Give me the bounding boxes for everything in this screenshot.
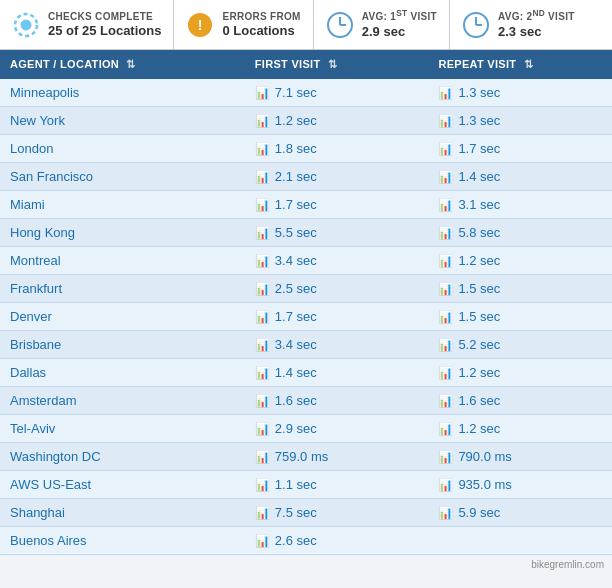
table-row: AWS US-East📊1.1 sec📊935.0 ms — [0, 471, 612, 499]
first-visit-value: 2.5 sec — [275, 281, 317, 296]
clock1-icon — [326, 11, 354, 39]
first-visit-link[interactable]: 📊2.5 sec — [255, 281, 419, 296]
first-visit-link[interactable]: 📊1.2 sec — [255, 113, 419, 128]
repeat-visit-link[interactable]: 📊935.0 ms — [438, 477, 602, 492]
location-link[interactable]: Buenos Aires — [10, 533, 87, 548]
repeat-visit-value: 1.3 sec — [458, 85, 500, 100]
location-link[interactable]: Montreal — [10, 253, 61, 268]
table-row: Brisbane📊3.4 sec📊5.2 sec — [0, 331, 612, 359]
stat-avg2: AVG: 2ND VISIT 2.3 sec — [450, 0, 587, 49]
location-link[interactable]: San Francisco — [10, 169, 93, 184]
first-visit-value: 2.9 sec — [275, 421, 317, 436]
table-row: Amsterdam📊1.6 sec📊1.6 sec — [0, 387, 612, 415]
bar-chart-icon: 📊 — [255, 366, 270, 380]
first-visit-link[interactable]: 📊2.9 sec — [255, 421, 419, 436]
table-row: Hong Kong📊5.5 sec📊5.8 sec — [0, 219, 612, 247]
repeat-visit-link[interactable]: 📊1.4 sec — [438, 169, 602, 184]
col-header-first[interactable]: FIRST VISIT ⇅ — [245, 50, 429, 79]
repeat-visit-link[interactable]: 📊5.2 sec — [438, 337, 602, 352]
bar-chart-icon: 📊 — [255, 478, 270, 492]
repeat-visit-link[interactable]: 📊1.7 sec — [438, 141, 602, 156]
repeat-visit-link[interactable]: 📊3.1 sec — [438, 197, 602, 212]
errors-label: ERRORS FROM — [222, 10, 300, 23]
location-link[interactable]: Tel-Aviv — [10, 421, 55, 436]
repeat-visit-value: 5.9 sec — [458, 505, 500, 520]
first-visit-link[interactable]: 📊1.8 sec — [255, 141, 419, 156]
location-link[interactable]: Miami — [10, 197, 45, 212]
table-row: Minneapolis📊7.1 sec📊1.3 sec — [0, 79, 612, 107]
table-row: Montreal📊3.4 sec📊1.2 sec — [0, 247, 612, 275]
repeat-visit-value: 1.3 sec — [458, 113, 500, 128]
locations-table: AGENT / LOCATION ⇅ FIRST VISIT ⇅ REPEAT … — [0, 50, 612, 555]
sort-first-icon[interactable]: ⇅ — [328, 58, 337, 71]
repeat-visit-value: 1.5 sec — [458, 309, 500, 324]
first-visit-value: 1.4 sec — [275, 365, 317, 380]
table-row: Dallas📊1.4 sec📊1.2 sec — [0, 359, 612, 387]
bar-chart-icon: 📊 — [255, 282, 270, 296]
location-link[interactable]: Hong Kong — [10, 225, 75, 240]
location-link[interactable]: Brisbane — [10, 337, 61, 352]
repeat-visit-value: 1.7 sec — [458, 141, 500, 156]
repeat-visit-link[interactable]: 📊1.2 sec — [438, 253, 602, 268]
first-visit-value: 2.6 sec — [275, 533, 317, 548]
errors-icon: ! — [186, 11, 214, 39]
repeat-visit-link[interactable]: 📊1.2 sec — [438, 421, 602, 436]
location-link[interactable]: Shanghai — [10, 505, 65, 520]
first-visit-link[interactable]: 📊1.1 sec — [255, 477, 419, 492]
first-visit-value: 5.5 sec — [275, 225, 317, 240]
first-visit-link[interactable]: 📊1.7 sec — [255, 197, 419, 212]
first-visit-link[interactable]: 📊7.5 sec — [255, 505, 419, 520]
bar-chart-icon: 📊 — [438, 394, 453, 408]
sort-repeat-icon[interactable]: ⇅ — [524, 58, 533, 71]
col-header-agent[interactable]: AGENT / LOCATION ⇅ — [0, 50, 245, 79]
bar-chart-icon: 📊 — [438, 450, 453, 464]
repeat-visit-link[interactable]: 📊1.3 sec — [438, 85, 602, 100]
repeat-visit-link[interactable]: 📊790.0 ms — [438, 449, 602, 464]
location-link[interactable]: London — [10, 141, 53, 156]
location-link[interactable]: Washington DC — [10, 449, 101, 464]
first-visit-link[interactable]: 📊3.4 sec — [255, 337, 419, 352]
bar-chart-icon: 📊 — [438, 142, 453, 156]
col-header-repeat[interactable]: REPEAT VISIT ⇅ — [428, 50, 612, 79]
repeat-visit-link[interactable]: 📊1.5 sec — [438, 281, 602, 296]
bar-chart-icon: 📊 — [438, 86, 453, 100]
sort-agent-icon[interactable]: ⇅ — [126, 58, 135, 71]
first-visit-link[interactable]: 📊3.4 sec — [255, 253, 419, 268]
bar-chart-icon: 📊 — [255, 86, 270, 100]
location-link[interactable]: Dallas — [10, 365, 46, 380]
table-row: New York📊1.2 sec📊1.3 sec — [0, 107, 612, 135]
first-visit-link[interactable]: 📊1.4 sec — [255, 365, 419, 380]
location-link[interactable]: Frankfurt — [10, 281, 62, 296]
bar-chart-icon: 📊 — [438, 282, 453, 296]
first-visit-value: 759.0 ms — [275, 449, 328, 464]
first-visit-link[interactable]: 📊2.6 sec — [255, 533, 419, 548]
location-link[interactable]: New York — [10, 113, 65, 128]
location-link[interactable]: Amsterdam — [10, 393, 76, 408]
first-visit-link[interactable]: 📊7.1 sec — [255, 85, 419, 100]
repeat-visit-value: 1.2 sec — [458, 253, 500, 268]
bar-chart-icon: 📊 — [255, 310, 270, 324]
first-visit-link[interactable]: 📊2.1 sec — [255, 169, 419, 184]
repeat-visit-link[interactable]: 📊5.8 sec — [438, 225, 602, 240]
bar-chart-icon: 📊 — [438, 506, 453, 520]
first-visit-link[interactable]: 📊759.0 ms — [255, 449, 419, 464]
location-link[interactable]: Denver — [10, 309, 52, 324]
repeat-visit-link[interactable]: 📊1.5 sec — [438, 309, 602, 324]
repeat-visit-link[interactable]: 📊5.9 sec — [438, 505, 602, 520]
repeat-visit-link[interactable]: 📊1.2 sec — [438, 365, 602, 380]
location-link[interactable]: AWS US-East — [10, 477, 91, 492]
bar-chart-icon: 📊 — [255, 226, 270, 240]
repeat-visit-link[interactable]: 📊1.6 sec — [438, 393, 602, 408]
location-link[interactable]: Minneapolis — [10, 85, 79, 100]
first-visit-link[interactable]: 📊1.7 sec — [255, 309, 419, 324]
first-visit-link[interactable]: 📊1.6 sec — [255, 393, 419, 408]
first-visit-link[interactable]: 📊5.5 sec — [255, 225, 419, 240]
stats-bar: CHECKS COMPLETE 25 of 25 Locations ! ERR… — [0, 0, 612, 50]
repeat-visit-value: 1.5 sec — [458, 281, 500, 296]
repeat-visit-value: 1.2 sec — [458, 365, 500, 380]
repeat-visit-value: 3.1 sec — [458, 197, 500, 212]
stat-avg1: AVG: 1ST VISIT 2.9 sec — [314, 0, 450, 49]
repeat-visit-value: 935.0 ms — [458, 477, 511, 492]
table-row: Denver📊1.7 sec📊1.5 sec — [0, 303, 612, 331]
repeat-visit-link[interactable]: 📊1.3 sec — [438, 113, 602, 128]
